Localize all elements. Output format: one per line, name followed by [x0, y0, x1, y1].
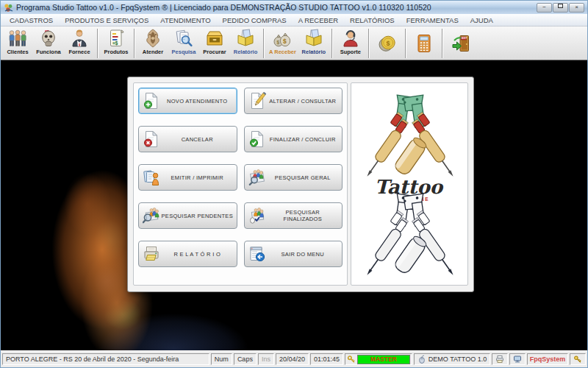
search-done-icon — [248, 207, 266, 224]
button-label: FINALIZAR / CONCLUIR — [270, 136, 336, 143]
search-people-icon — [248, 169, 266, 186]
menu-item-cadastros[interactable]: CADASTROS — [4, 15, 59, 25]
toolbar-button-suporte[interactable]: Suporte — [335, 27, 366, 60]
toolbar-button-fornece[interactable]: Fornece — [64, 27, 95, 60]
toolbar-button-atender[interactable]: Atender — [137, 27, 168, 60]
button-pesquisar-pendentes[interactable]: PESQUISAR PENDENTES — [138, 202, 237, 229]
toolbar-label: Fornece — [68, 49, 90, 55]
status-insert: Ins — [258, 353, 274, 365]
button-label: EMITIR / IMPRIMIR — [171, 174, 223, 181]
dialog-button-grid: NOVO ATENDIMENTOALTERAR / CONSULTARCANCE… — [138, 88, 343, 267]
status-printer-panel[interactable] — [492, 353, 508, 365]
button-sair-do-menu[interactable]: SAIR DO MENU — [244, 241, 343, 267]
app-window: Programa Studio Tattoo v1.0 - FpqSystem … — [0, 0, 588, 368]
menu-bar: CADASTROSPRODUTOS E SERVIÇOSATENDIMENTOP… — [1, 14, 587, 26]
exit-menu-icon — [248, 245, 266, 263]
status-time: 01:01:45 — [310, 353, 343, 365]
button-pesquisar-finalizados[interactable]: PESQUISAR FINALIZADOS — [244, 202, 343, 229]
button-label: PESQUISAR FINALIZADOS — [267, 209, 340, 222]
menu-item-produtos-e-servi-os[interactable]: PRODUTOS E SERVIÇOS — [59, 15, 154, 25]
status-brand: FpqSystem — [527, 353, 568, 365]
svg-text:$: $ — [283, 38, 287, 45]
svg-text:$: $ — [386, 40, 390, 47]
coin-icon: $ — [378, 34, 397, 53]
status-user-panel: MASTER — [345, 353, 412, 365]
toolbar-button-pesquisa[interactable]: Pesquisa — [168, 27, 199, 60]
maximize-button[interactable] — [553, 3, 568, 13]
button-pesquisar-geral[interactable]: PESQUISAR GERAL — [244, 164, 343, 191]
status-caps-lock: Caps — [234, 353, 257, 365]
button-novo-atendimento[interactable]: NOVO ATENDIMENTO — [138, 88, 237, 114]
button-label: NOVO ATENDIMENTO — [167, 98, 227, 105]
button-label: PESQUISAR PENDENTES — [162, 213, 233, 219]
toolbar-label: Clientes — [7, 49, 28, 55]
svg-text:EXIT: EXIT — [462, 37, 467, 40]
button-finalizar-concluir[interactable]: FINALIZAR / CONCLUIR — [244, 126, 343, 152]
menu-item-atendimento[interactable]: ATENDIMENTO — [154, 15, 216, 25]
svg-text:$: $ — [277, 40, 280, 46]
toolbar-button-relat-rio[interactable]: Relatório — [298, 27, 329, 60]
menu-item-ferramentas[interactable]: FERRAMENTAS — [401, 15, 465, 25]
tattoo-machines-artwork: TattooMACHINE — [351, 82, 468, 286]
app-logo-icon — [4, 3, 13, 13]
toolbar-separator — [263, 29, 265, 58]
drawer-icon — [205, 29, 224, 48]
clients-icon — [8, 29, 27, 48]
menu-item-ajuda[interactable]: AJUDA — [465, 15, 499, 25]
toolbar-label: Pesquisa — [172, 49, 196, 55]
dialog-buttons-panel: NOVO ATENDIMENTOALTERAR / CONSULTARCANCE… — [133, 82, 348, 286]
tattoo-flash-icon — [143, 29, 162, 48]
close-button[interactable]: × — [569, 3, 584, 13]
status-date: 20/04/20 — [276, 353, 309, 365]
toolbar-button-funciona[interactable]: Funciona — [33, 27, 64, 60]
key-icon — [573, 355, 582, 364]
status-num-lock: Num — [211, 353, 232, 365]
toolbar-separator — [331, 29, 333, 58]
exit-icon: EXIT — [451, 34, 470, 53]
menu-item-pedido-compras[interactable]: PEDIDO COMPRAS — [217, 15, 293, 25]
title-bar: Programa Studio Tattoo v1.0 - FpqSystem … — [1, 1, 587, 14]
artwork-title: Tattoo — [375, 176, 444, 198]
toolbar-button-icon-12[interactable] — [409, 27, 440, 60]
status-monitor-panel[interactable] — [509, 353, 526, 365]
svg-text:=$: =$ — [112, 40, 118, 46]
new-doc-icon — [143, 92, 160, 110]
button-cancelar[interactable]: CANCELAR — [138, 126, 237, 152]
status-app-panel: DEMO TATTOO 1.0 — [414, 353, 490, 365]
cancel-doc-icon — [143, 130, 160, 148]
toolbar-label: Suporte — [340, 49, 361, 55]
toolbar-label: Funciona — [36, 49, 60, 55]
desktop-background: NOVO ATENDIMENTOALTERAR / CONSULTARCANCE… — [1, 60, 587, 350]
money-icon: $$ — [273, 29, 292, 48]
search-pending-icon — [143, 207, 160, 224]
menu-item-relat-rios[interactable]: RELATÓRIOS — [344, 15, 401, 25]
search-docs-icon — [174, 29, 193, 48]
status-lock-panel[interactable] — [570, 353, 586, 365]
edit-doc-icon — [248, 92, 266, 110]
button-alterar-consultar[interactable]: ALTERAR / CONSULTAR — [244, 88, 343, 114]
toolbar-button-produtos[interactable]: =$Produtos — [101, 27, 132, 60]
toolbar-button-icon-13[interactable]: EXIT — [445, 27, 476, 60]
button-label: R E L A T Ó R I O — [173, 251, 220, 258]
button-emitir-imprimir[interactable]: EMITIR / IMPRIMIR — [138, 164, 237, 191]
minimize-button[interactable]: − — [537, 3, 552, 13]
toolbar-button-clientes[interactable]: Clientes — [2, 27, 33, 60]
toolbar-button-icon-11[interactable]: $ — [372, 27, 403, 60]
toolbar-separator — [97, 29, 98, 58]
products-icon: =$ — [107, 29, 126, 48]
mouse-icon — [417, 355, 426, 364]
toolbar-separator — [134, 29, 135, 58]
printer-icon — [495, 355, 504, 364]
toolbar-button-procurar[interactable]: Procurar — [199, 27, 230, 60]
support-icon — [341, 29, 360, 48]
finish-doc-icon — [248, 130, 266, 148]
button-r-e-l-a-t-r-i-o[interactable]: R E L A T Ó R I O — [138, 241, 237, 267]
button-label: SAIR DO MENU — [281, 251, 324, 258]
toolbar-label: Relatório — [234, 49, 258, 55]
button-label: PESQUISAR GERAL — [275, 174, 331, 181]
toolbar-button-relat-rio[interactable]: Relatório — [230, 27, 261, 60]
menu-item-a-receber[interactable]: A RECEBER — [293, 15, 344, 25]
supplier-icon — [70, 29, 89, 48]
toolbar-button-a-receber[interactable]: $$A Receber — [267, 27, 298, 60]
toolbar-label: A Receber — [269, 49, 296, 55]
